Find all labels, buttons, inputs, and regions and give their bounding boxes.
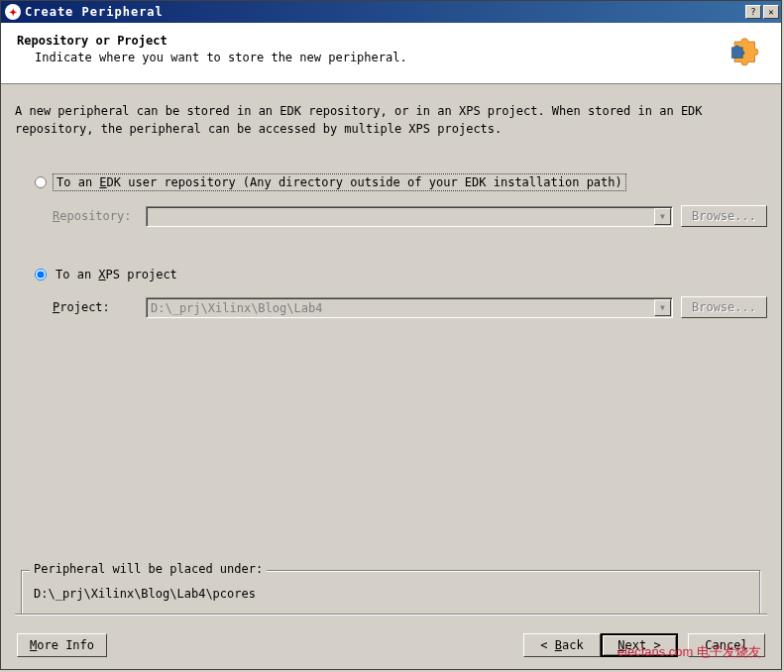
repository-combo: ▼ (146, 206, 673, 227)
wizard-header: Repository or Project Indicate where you… (1, 23, 781, 84)
back-button[interactable]: < Back (523, 633, 601, 657)
title-left: ✦ Create Peripheral (5, 4, 164, 20)
puzzle-icon (729, 37, 765, 72)
titlebar: ✦ Create Peripheral ? ✕ (1, 1, 781, 23)
help-button[interactable]: ? (745, 5, 761, 19)
option-edk-label: To an EDK user repository (Any directory… (53, 173, 626, 191)
browse-repository-button: Browse... (681, 205, 767, 227)
option-edk-repository[interactable]: To an EDK user repository (Any directory… (35, 173, 767, 191)
project-label: Project: (53, 300, 138, 314)
option-xps-label: To an XPS project (53, 267, 180, 282)
browse-project-button: Browse... (681, 296, 767, 318)
chevron-down-icon: ▼ (654, 208, 671, 225)
project-field-row: Project: D:\_prj\Xilinx\Blog\Lab4 ▼ Brow… (53, 296, 767, 318)
option-xps-project[interactable]: To an XPS project (35, 267, 767, 282)
more-info-button[interactable]: More Info (17, 633, 107, 657)
content-area: A new peripheral can be stored in an EDK… (1, 84, 781, 318)
description-text: A new peripheral can be stored in an EDK… (15, 102, 767, 138)
project-combo[interactable]: D:\_prj\Xilinx\Blog\Lab4 ▼ (146, 297, 673, 318)
titlebar-buttons: ? ✕ (745, 5, 779, 19)
repository-value (147, 207, 653, 226)
header-text: Repository or Project Indicate where you… (17, 33, 407, 66)
repository-label: Repository: (53, 209, 138, 223)
wizard-window: ✦ Create Peripheral ? ✕ Repository or Pr… (0, 0, 782, 670)
groupbox-title: Peripheral will be placed under: (30, 562, 267, 576)
divider (15, 614, 767, 616)
placement-groupbox: Peripheral will be placed under: D:\_prj… (21, 570, 761, 616)
close-button[interactable]: ✕ (763, 5, 779, 19)
placement-path: D:\_prj\Xilinx\Blog\Lab4\pcores (34, 587, 748, 601)
app-icon: ✦ (5, 4, 21, 20)
chevron-down-icon[interactable]: ▼ (654, 299, 671, 316)
radio-edk[interactable] (35, 176, 47, 188)
header-title: Repository or Project (17, 33, 407, 50)
project-value: D:\_prj\Xilinx\Blog\Lab4 (147, 298, 653, 317)
watermark: elecfans.com 电子发烧友 (617, 643, 761, 661)
window-title: Create Peripheral (25, 5, 164, 19)
radio-xps[interactable] (35, 269, 47, 280)
header-subtitle: Indicate where you want to store the new… (17, 50, 407, 66)
repository-field-row: Repository: ▼ Browse... (53, 205, 767, 227)
